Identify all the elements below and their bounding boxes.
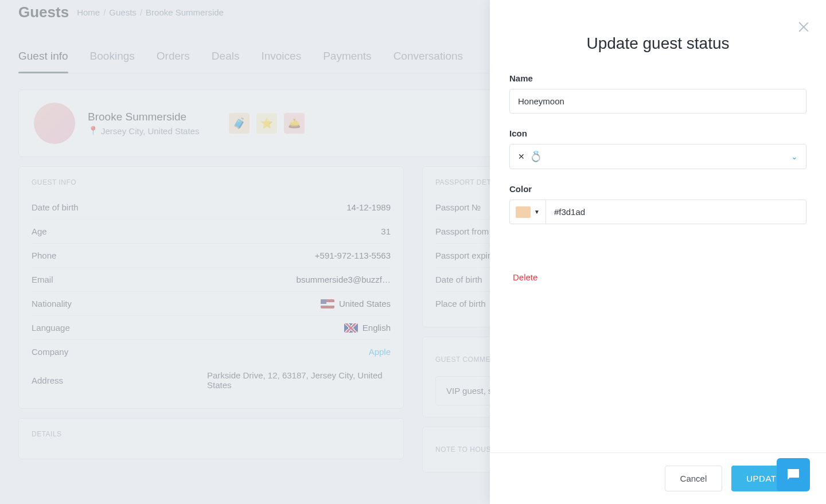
slideover-title: Update guest status [509, 34, 806, 53]
row-value: 14-12-1989 [346, 202, 391, 212]
guest-info-row: Age31 [32, 220, 391, 244]
flag-icon [321, 299, 334, 308]
pin-icon: 📍 [88, 126, 99, 136]
tab-conversations[interactable]: Conversations [393, 44, 463, 73]
guest-location: Jersey City, United States [101, 126, 199, 136]
row-value: 31 [381, 226, 391, 236]
row-label: Place of birth [435, 299, 486, 308]
cancel-button[interactable]: Cancel [665, 466, 723, 491]
icon-label: Icon [509, 128, 806, 138]
breadcrumb: Home / Guests / Brooke Summerside [77, 7, 224, 17]
color-picker-trigger[interactable]: ▼ [509, 200, 546, 224]
name-label: Name [509, 73, 806, 83]
row-label: Nationality [32, 299, 72, 308]
breadcrumb-guests[interactable]: Guests [109, 7, 137, 17]
row-label: Age [32, 226, 47, 236]
row-label: Date of birth [435, 275, 482, 284]
tab-deals[interactable]: Deals [212, 44, 240, 73]
tab-payments[interactable]: Payments [323, 44, 371, 73]
tab-guest-info[interactable]: Guest info [18, 44, 68, 73]
details-panel: DETAILS [18, 418, 404, 459]
row-label: Company [32, 347, 68, 357]
caret-down-icon: ▼ [534, 209, 540, 215]
tab-invoices[interactable]: Invoices [261, 44, 301, 73]
avatar [34, 103, 75, 144]
guest-info-row: CompanyApple [32, 340, 391, 364]
update-status-panel: Update guest status Name Icon ✕ 💍 ⌄ Colo… [490, 0, 826, 504]
details-heading: DETAILS [32, 430, 391, 438]
color-input[interactable] [546, 200, 806, 224]
concierge-bell-icon[interactable]: 🛎️ [284, 113, 305, 134]
guest-info-heading: GUEST INFO [32, 178, 391, 186]
guest-info-row: Emailbsummerside3@buzzf… [32, 268, 391, 292]
chat-widget[interactable] [777, 458, 810, 491]
row-label: Phone [32, 251, 56, 260]
row-label: Passport № [435, 202, 481, 212]
color-label: Color [509, 184, 806, 194]
clear-icon[interactable]: ✕ [518, 153, 525, 161]
row-label: Passport from [435, 226, 489, 236]
icon-select[interactable]: ✕ 💍 ⌄ [509, 144, 806, 169]
svg-point-0 [790, 472, 792, 474]
close-icon[interactable] [797, 21, 809, 32]
guest-name: Brooke Summerside [88, 111, 199, 123]
guest-info-row: Date of birth14-12-1989 [32, 196, 391, 220]
guest-info-row: LanguageEnglish [32, 316, 391, 340]
chevron-down-icon: ⌄ [791, 152, 798, 161]
svg-point-1 [795, 472, 797, 474]
row-value: United States [321, 299, 391, 308]
color-swatch [516, 206, 531, 218]
star-icon[interactable]: ⭐ [256, 113, 277, 134]
page-title: Guests [18, 3, 69, 21]
ring-icon: 💍 [529, 150, 542, 163]
flag-icon [344, 323, 358, 333]
row-label: Date of birth [32, 202, 79, 212]
delete-button[interactable]: Delete [509, 268, 541, 287]
row-label: Passport expiry [435, 251, 494, 260]
guest-info-row: NationalityUnited States [32, 292, 391, 316]
row-label: Email [32, 275, 53, 284]
row-value: +591-972-113-5563 [315, 251, 391, 260]
row-value: bsummerside3@buzzf… [297, 275, 391, 284]
luggage-icon[interactable]: 🧳 [229, 113, 250, 134]
guest-info-row: Phone+591-972-113-5563 [32, 244, 391, 268]
guest-info-panel: GUEST INFO Date of birth14-12-1989Age31P… [18, 166, 404, 409]
tab-bookings[interactable]: Bookings [90, 44, 135, 73]
row-label: Language [32, 323, 70, 333]
breadcrumb-home[interactable]: Home [77, 7, 100, 17]
breadcrumb-current: Brooke Summerside [146, 7, 224, 17]
name-input[interactable] [509, 89, 806, 114]
row-value: English [344, 323, 391, 333]
row-value[interactable]: Apple [369, 347, 391, 357]
tab-orders[interactable]: Orders [157, 44, 190, 73]
address-label: Address [32, 376, 63, 385]
address-value: Parkside Drive, 12, 63187, Jersey City, … [207, 370, 391, 390]
